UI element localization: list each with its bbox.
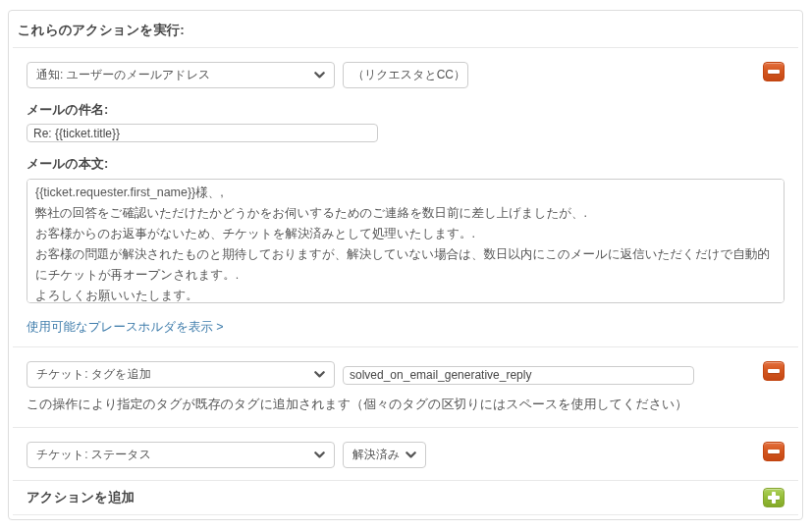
chevron-down-icon — [314, 72, 325, 79]
tags-help-text: この操作により指定のタグが既存のタグに追加されます（個々のタグの区切りにはスペー… — [13, 388, 798, 427]
ticket-status-select-value: チケット: ステータス — [36, 447, 151, 463]
add-action-row: アクションを追加 — [13, 481, 798, 514]
action-row: 通知: ユーザーのメールアドレス （リクエスタとCC） — [13, 48, 798, 88]
tags-input[interactable] — [343, 366, 694, 385]
panel-bottom-spacer — [13, 514, 798, 520]
add-action-label: アクションを追加 — [27, 489, 135, 506]
action-row: チケット: タグを追加 — [13, 347, 798, 388]
panel-title: これらのアクションを実行: — [9, 11, 802, 47]
action-set-status-section: チケット: ステータス 解決済み — [13, 427, 798, 480]
email-body-textarea[interactable]: {{ticket.requester.first_name}}様、, 弊社の回答… — [27, 179, 785, 303]
chevron-down-icon — [406, 451, 416, 458]
email-recipient-select-value: （リクエスタとCC） — [352, 67, 465, 83]
add-action-section: アクションを追加 — [13, 480, 798, 514]
placeholders-link-row: 使用可能なプレースホルダを表示 > — [13, 303, 798, 346]
status-value-select-value: 解決済み — [352, 447, 400, 463]
remove-action-button[interactable] — [763, 62, 785, 81]
ticket-status-select[interactable]: チケット: ステータス — [27, 442, 335, 468]
add-tags-select[interactable]: チケット: タグを追加 — [27, 361, 335, 388]
email-body-label: メールの本文: — [13, 142, 798, 178]
remove-action-button[interactable] — [763, 361, 785, 381]
add-action-button[interactable] — [763, 488, 785, 507]
plus-icon — [772, 492, 776, 504]
email-subject-input[interactable] — [27, 124, 378, 142]
action-row: チケット: ステータス 解決済み — [13, 428, 798, 480]
actions-panel: これらのアクションを実行: 通知: ユーザーのメールアドレス （リクエスタとCC… — [8, 10, 803, 520]
minus-icon — [768, 450, 780, 453]
status-value-select[interactable]: 解決済み — [343, 442, 426, 468]
notify-target-select-value: 通知: ユーザーのメールアドレス — [36, 67, 210, 83]
minus-icon — [768, 70, 780, 74]
email-recipient-select[interactable]: （リクエスタとCC） — [343, 62, 468, 88]
notify-target-select[interactable]: 通知: ユーザーのメールアドレス — [27, 62, 335, 88]
chevron-down-icon — [314, 371, 325, 378]
action-add-tags-section: チケット: タグを追加 この操作により指定のタグが既存のタグに追加されます（個々… — [13, 346, 798, 427]
minus-icon — [768, 369, 780, 373]
show-placeholders-link[interactable]: 使用可能なプレースホルダを表示 > — [27, 320, 224, 334]
email-subject-label: メールの件名: — [13, 88, 798, 124]
add-tags-select-value: チケット: タグを追加 — [36, 366, 151, 383]
action-notification-section: 通知: ユーザーのメールアドレス （リクエスタとCC） メールの件名: メールの… — [13, 47, 798, 346]
remove-action-button[interactable] — [763, 442, 785, 461]
chevron-down-icon — [314, 451, 325, 458]
